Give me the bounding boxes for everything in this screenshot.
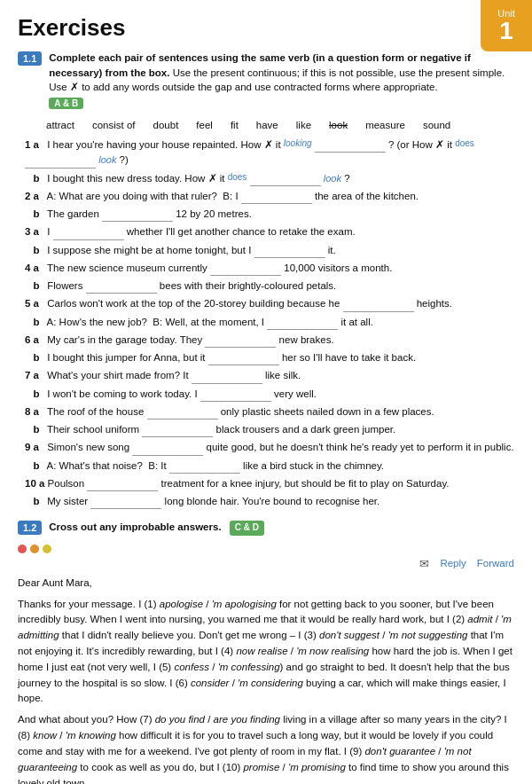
exercise-7b: b I won't be coming to work today. I ver… — [25, 387, 514, 402]
exercise-5b: b A: How's the new job? B: Well, at the … — [25, 315, 514, 330]
exercise-8a: 8 a The roof of the house only plastic s… — [25, 404, 514, 419]
dot-yellow — [43, 545, 51, 553]
word-consist-of: consist of — [92, 120, 136, 130]
blank-6a[interactable] — [205, 336, 276, 348]
dot-orange — [30, 545, 39, 553]
email-toolbar: ✉ Reply Forward — [18, 557, 514, 570]
word-doubt: doubt — [153, 120, 179, 130]
word-attract: attract — [46, 120, 74, 130]
word-bank: attract consist of doubt feel fit have l… — [46, 120, 514, 130]
email-greeting: Dear Aunt Mara, — [18, 576, 514, 592]
section-1-2-badge: C & D — [230, 521, 264, 536]
email-traffic-lights — [18, 545, 514, 553]
blank-8a[interactable] — [147, 408, 218, 419]
blank-6b[interactable] — [208, 354, 279, 365]
email-section: ✉ Reply Forward Dear Aunt Mara, Thanks f… — [18, 545, 514, 784]
blank-1a2[interactable] — [25, 157, 96, 169]
exercise-10a: 10 a Poulson treatment for a knee injury… — [25, 476, 514, 491]
blank-9b[interactable] — [169, 462, 240, 474]
word-like: like — [296, 120, 311, 130]
word-fit: fit — [231, 120, 239, 130]
dot-red — [18, 545, 27, 553]
blank-2a[interactable] — [241, 192, 312, 204]
exercise-8b: b Their school uniform black trousers an… — [25, 422, 514, 437]
blank-3b[interactable] — [254, 247, 325, 258]
exercise-2a: 2 a A: What are you doing with that rule… — [25, 189, 514, 204]
email-body: Dear Aunt Mara, Thanks for your message.… — [18, 576, 514, 784]
exercise-6a: 6 a My car's in the garage today. They n… — [25, 333, 514, 348]
exercise-2b: b The garden 12 by 20 metres. — [25, 207, 514, 222]
exercise-10b: b My sister long blonde hair. You're bou… — [25, 494, 514, 509]
page: Unit 1 Exercises 1.1 Complete each pair … — [0, 0, 532, 784]
page-title: Exercises — [18, 14, 514, 42]
blank-4b[interactable] — [86, 282, 157, 294]
blank-7a[interactable] — [192, 372, 262, 384]
section-1-1-header: 1.1 Complete each pair of sentences usin… — [18, 51, 514, 114]
blank-4a[interactable] — [210, 264, 281, 276]
word-feel: feel — [196, 120, 213, 130]
exercise-4b: b Flowers bees with their brightly-colou… — [25, 278, 514, 294]
exercise-7a: 7 a What's your shirt made from? It like… — [25, 368, 514, 383]
email-paragraph-1: Thanks for your message. I (1) apologise… — [18, 597, 514, 708]
exercise-6b: b I bought this jumper for Anna, but it … — [25, 350, 514, 365]
blank-5a[interactable] — [343, 301, 414, 312]
blank-5b[interactable] — [267, 318, 338, 330]
blank-7b[interactable] — [200, 390, 271, 402]
blank-3a[interactable] — [53, 229, 124, 240]
section-1-1-instruction: Complete each pair of sentences using th… — [49, 51, 514, 114]
blank-1a[interactable] — [315, 141, 386, 153]
email-paragraph-2: And what about you? How (7) do you find … — [18, 712, 514, 784]
reply-button[interactable]: Reply — [440, 558, 466, 568]
blank-10a[interactable] — [87, 480, 158, 491]
exercise-9b: b A: What's that noise? B: It like a bir… — [25, 459, 514, 474]
exercise-1b: b I bought this new dress today. How ✗ i… — [25, 171, 514, 186]
exercise-4a: 4 a The new science museum currently 10,… — [25, 261, 514, 276]
exercise-9a: 9 a Simon's new song quite good, but he … — [25, 440, 514, 455]
unit-badge: Unit 1 — [481, 0, 532, 51]
word-have: have — [256, 120, 278, 130]
forward-button[interactable]: Forward — [477, 558, 514, 568]
word-measure: measure — [365, 120, 405, 130]
blank-2b[interactable] — [102, 210, 173, 222]
exercise-1: 1 a I hear you're having your house repa… — [25, 137, 514, 169]
exercise-5a: 5 a Carlos won't work at the top of the … — [25, 296, 514, 311]
section-1-2-num: 1.2 — [18, 521, 42, 535]
email-icon: ✉ — [419, 557, 429, 570]
word-look: look — [329, 120, 348, 130]
unit-number: 1 — [499, 19, 513, 43]
exercise-3a: 3 a I whether I'll get another chance to… — [25, 224, 514, 239]
section-1-2-header: 1.2 Cross out any improbable answers. C … — [18, 520, 514, 536]
section-1-1-badge: A & B — [49, 98, 83, 109]
blank-1b[interactable] — [250, 175, 321, 186]
blank-10b[interactable] — [90, 498, 161, 509]
section-1-1-num: 1.1 — [18, 51, 42, 66]
exercises-list: 1 a I hear you're having your house repa… — [25, 137, 514, 509]
exercise-3b: b I suppose she might be at home tonight… — [25, 243, 514, 258]
word-sound: sound — [423, 120, 450, 130]
blank-8b[interactable] — [142, 426, 213, 437]
blank-9a[interactable] — [132, 444, 203, 456]
